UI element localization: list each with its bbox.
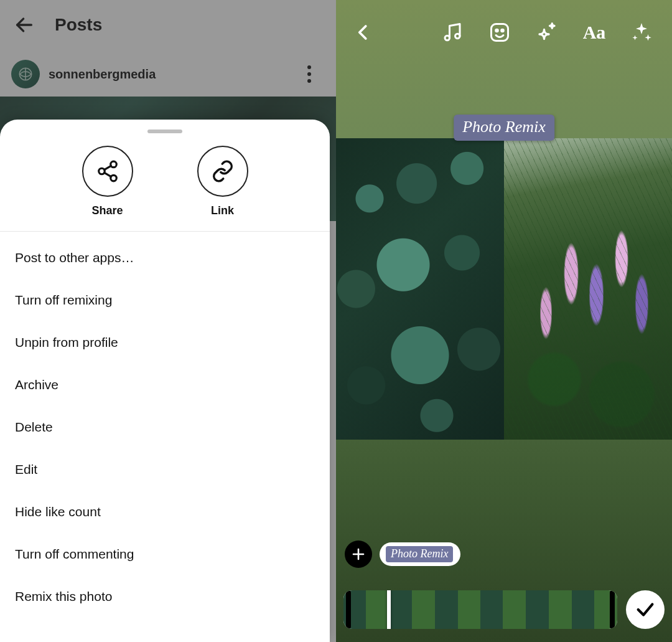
timeline-row <box>343 587 665 633</box>
done-button[interactable] <box>626 590 665 629</box>
sparkle-icon[interactable] <box>627 18 656 47</box>
timeline-thumb <box>389 590 434 629</box>
story-toolbar: Aa <box>336 7 672 57</box>
sheet-action-row: Share Link <box>0 139 330 232</box>
clip-chip-row: Photo Remix <box>345 541 460 568</box>
username-label[interactable]: sonnenbergmedia <box>49 67 156 82</box>
svg-line-6 <box>104 172 111 176</box>
timeline-scrubber[interactable] <box>343 590 617 629</box>
text-tool-icon[interactable]: Aa <box>580 18 609 47</box>
timeline-thumb <box>435 590 480 629</box>
effects-icon[interactable] <box>533 18 561 47</box>
back-arrow-icon[interactable] <box>11 12 37 38</box>
posts-screen: Posts sonnenbergmedia Share <box>0 0 336 642</box>
menu-item-turn-off-remixing[interactable]: Turn off remixing <box>0 279 330 321</box>
sheet-grabber[interactable] <box>147 130 182 133</box>
music-icon[interactable] <box>438 18 467 47</box>
svg-line-5 <box>104 166 111 169</box>
remix-added-photo <box>504 138 672 440</box>
share-icon <box>82 146 133 197</box>
photo-remix-chip-label: Photo Remix <box>386 546 453 562</box>
trim-handle-right[interactable] <box>610 590 615 629</box>
menu-item-edit[interactable]: Edit <box>0 448 330 491</box>
trim-handle-left[interactable] <box>346 590 351 629</box>
remix-photo-canvas[interactable] <box>336 138 672 440</box>
menu-item-delete[interactable]: Delete <box>0 406 330 448</box>
remix-source-photo <box>336 138 504 440</box>
svg-point-10 <box>496 29 498 32</box>
add-clip-button[interactable] <box>345 541 372 568</box>
photo-remix-sticker[interactable]: Photo Remix <box>454 115 554 141</box>
page-title: Posts <box>55 15 102 35</box>
timeline-thumb <box>480 590 526 629</box>
link-label: Link <box>211 204 234 217</box>
sticker-icon[interactable] <box>485 18 514 47</box>
options-bottom-sheet: Share Link Post to other apps… Turn off … <box>0 120 330 642</box>
menu-item-post-other-apps[interactable]: Post to other apps… <box>0 237 330 279</box>
svg-point-11 <box>502 29 504 32</box>
menu-item-hide-like-count[interactable]: Hide like count <box>0 491 330 533</box>
menu-item-archive[interactable]: Archive <box>0 364 330 406</box>
share-button[interactable]: Share <box>82 146 133 217</box>
svg-rect-9 <box>492 24 508 41</box>
story-back-icon[interactable] <box>350 19 377 46</box>
menu-item-unpin[interactable]: Unpin from profile <box>0 321 330 364</box>
timeline-thumb <box>526 590 571 629</box>
svg-point-8 <box>455 34 460 39</box>
post-author-row[interactable]: sonnenbergmedia <box>0 57 336 91</box>
more-options-icon[interactable] <box>300 65 319 83</box>
photo-remix-chip[interactable]: Photo Remix <box>380 542 460 566</box>
story-editor-screen: Aa Photo Remix Photo Remix <box>336 0 672 642</box>
avatar[interactable] <box>11 60 40 88</box>
svg-point-7 <box>445 35 450 40</box>
link-button[interactable]: Link <box>197 146 248 217</box>
sheet-menu: Post to other apps… Turn off remixing Un… <box>0 232 330 623</box>
menu-item-remix-this-photo[interactable]: Remix this photo <box>0 575 330 618</box>
share-label: Share <box>91 204 123 217</box>
link-icon <box>197 146 248 197</box>
posts-header: Posts <box>0 0 336 50</box>
menu-item-turn-off-commenting[interactable]: Turn off commenting <box>0 533 330 575</box>
playhead[interactable] <box>387 590 391 629</box>
